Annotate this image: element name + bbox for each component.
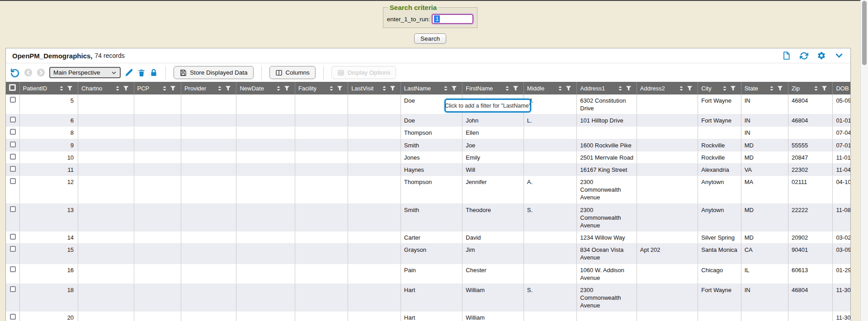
filter-funnel-icon[interactable] xyxy=(626,85,632,91)
row-checkbox[interactable] xyxy=(10,314,16,320)
column-header-dob[interactable]: DOB xyxy=(833,82,850,94)
row-checkbox[interactable] xyxy=(10,166,16,172)
search-button[interactable]: Search xyxy=(414,33,446,44)
sort-icon[interactable] xyxy=(679,85,684,91)
filter-funnel-icon[interactable] xyxy=(123,85,129,91)
sort-icon[interactable] xyxy=(618,85,623,91)
row-checkbox[interactable] xyxy=(10,97,16,103)
table-row[interactable]: 6DoeJohnL.101 Hilltop DriveFort WayneIN4… xyxy=(6,114,850,127)
sort-icon[interactable] xyxy=(329,85,334,91)
filter-funnel-icon[interactable] xyxy=(566,85,571,91)
cell-state: MA xyxy=(741,176,788,203)
table-row[interactable]: 20HartWilliam11-30-1954 xyxy=(6,312,850,321)
column-header-city[interactable]: City xyxy=(698,82,741,94)
column-header-lastvisit[interactable]: LastVisit xyxy=(348,82,401,94)
sort-icon[interactable] xyxy=(558,85,562,91)
sort-icon[interactable] xyxy=(217,85,222,91)
sort-icon[interactable] xyxy=(722,85,727,91)
filter-funnel-icon[interactable] xyxy=(284,85,290,91)
column-header-state[interactable]: State xyxy=(741,82,788,94)
sort-icon[interactable] xyxy=(382,85,387,91)
table-row[interactable]: 8ThompsonEllenIN07-04-1970 xyxy=(6,127,850,139)
column-label: PCP xyxy=(137,85,150,92)
column-header-address1[interactable]: Address1 xyxy=(577,82,637,94)
column-header-middle[interactable]: Middle xyxy=(524,82,576,94)
filter-funnel-icon[interactable] xyxy=(687,85,693,91)
column-label: DOB xyxy=(836,85,849,92)
sort-icon[interactable] xyxy=(769,85,774,91)
store-displayed-data-button[interactable]: Store Displayed Data xyxy=(174,66,254,79)
row-checkbox[interactable] xyxy=(10,266,16,272)
undo-icon[interactable] xyxy=(10,68,20,77)
row-checkbox[interactable] xyxy=(10,246,16,252)
sort-icon[interactable] xyxy=(59,85,64,91)
column-header-pcp[interactable]: PCP xyxy=(134,82,181,94)
row-checkbox[interactable] xyxy=(10,206,16,212)
table-row[interactable]: 9SmithJoe1600 Rockville PikeRockvilleMD5… xyxy=(6,139,850,151)
enter-1-to-run-input[interactable]: 1 xyxy=(432,14,473,24)
cell-dob: 01-29-1945 xyxy=(833,264,850,283)
column-header-provider[interactable]: Provider xyxy=(181,82,236,94)
filter-funnel-icon[interactable] xyxy=(513,85,519,91)
display-options-button[interactable]: Display Options xyxy=(331,66,396,79)
pencil-icon[interactable] xyxy=(125,68,133,77)
chevron-right-icon[interactable] xyxy=(37,68,45,77)
perspective-select[interactable]: Main Perspective xyxy=(49,67,121,78)
filter-funnel-icon[interactable] xyxy=(451,85,457,91)
refresh-icon[interactable] xyxy=(799,51,809,61)
filter-funnel-icon[interactable] xyxy=(337,85,343,91)
row-checkbox[interactable] xyxy=(10,154,16,160)
table-row[interactable]: 14CarterDavid1234 Willow WaySilver Sprin… xyxy=(6,231,850,244)
row-checkbox[interactable] xyxy=(10,142,16,147)
table-row[interactable]: 11HaynesWill16167 King StreetAlexandriaV… xyxy=(6,163,850,175)
filter-funnel-icon[interactable] xyxy=(67,85,73,91)
table-row[interactable]: 12ThompsonJenniferA.2300 Commonwealth Av… xyxy=(6,176,850,203)
sort-icon[interactable] xyxy=(115,85,120,91)
columns-button[interactable]: Columns xyxy=(269,66,316,79)
column-label: State xyxy=(745,85,758,92)
vertical-scrollbar[interactable] xyxy=(860,0,868,321)
column-header-patientid[interactable]: PatientID xyxy=(19,82,78,94)
column-header-lastname[interactable]: LastName xyxy=(401,82,462,94)
gear-icon[interactable] xyxy=(816,51,826,61)
lock-icon[interactable] xyxy=(150,68,158,77)
chevron-down-icon[interactable] xyxy=(834,51,844,61)
row-checkbox[interactable] xyxy=(10,117,16,123)
filter-funnel-icon[interactable] xyxy=(390,85,396,91)
select-all-checkbox[interactable] xyxy=(9,84,16,91)
table-row[interactable]: 18HartWilliamS.2300 Commonwealth AvenueF… xyxy=(6,283,850,311)
filter-funnel-icon[interactable] xyxy=(777,85,783,91)
filter-funnel-icon[interactable] xyxy=(225,85,231,91)
sort-icon[interactable] xyxy=(814,85,818,91)
column-header-chartno[interactable]: Chartno xyxy=(78,82,134,94)
filter-funnel-icon[interactable] xyxy=(821,85,827,91)
cell-lastname: Thompson xyxy=(401,127,462,139)
cell-newdate xyxy=(236,312,295,321)
row-checkbox[interactable] xyxy=(10,234,16,240)
filter-funnel-icon[interactable] xyxy=(730,85,736,91)
sort-icon[interactable] xyxy=(443,85,448,91)
scrollbar-thumb[interactable] xyxy=(862,1,867,65)
chevron-left-icon[interactable] xyxy=(24,68,33,77)
row-checkbox[interactable] xyxy=(10,129,16,135)
table-row[interactable]: 13SmithTheodoreS.2300 Commonwealth Avenu… xyxy=(6,203,850,231)
column-header-firstname[interactable]: FirstName xyxy=(462,82,524,94)
table-row[interactable]: 15GraysonJim834 Ocean Vista AvenueApt 20… xyxy=(6,244,850,264)
table-row[interactable]: 16PainChester1060 W. Addison AvenueChica… xyxy=(6,264,850,283)
cell-address1 xyxy=(577,312,637,321)
filter-funnel-icon[interactable] xyxy=(170,85,176,91)
column-header-zip[interactable]: Zip xyxy=(788,82,833,94)
column-header-address2[interactable]: Address2 xyxy=(637,82,698,94)
column-header-newdate[interactable]: NewDate xyxy=(236,82,295,94)
row-checkbox[interactable] xyxy=(10,286,16,292)
new-document-icon[interactable] xyxy=(781,51,791,61)
table-row[interactable]: 5DoeJaneM.6302 Constitution DriveFort Wa… xyxy=(6,94,850,114)
cell-chartno xyxy=(78,283,134,311)
row-checkbox[interactable] xyxy=(10,178,16,184)
trash-icon[interactable] xyxy=(137,68,146,77)
sort-icon[interactable] xyxy=(276,85,281,91)
column-header-facility[interactable]: Facility xyxy=(295,82,348,94)
table-row[interactable]: 10JonesEmily2501 Merrvale RoadRockvilleM… xyxy=(6,151,850,163)
sort-icon[interactable] xyxy=(505,85,509,91)
sort-icon[interactable] xyxy=(162,85,167,91)
